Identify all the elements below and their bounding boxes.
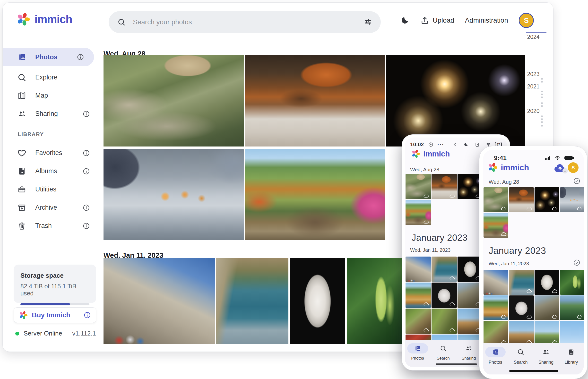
select-day-check-icon[interactable]	[573, 177, 580, 186]
nav-item-photos[interactable]: Photos	[485, 347, 506, 374]
info-icon[interactable]	[82, 204, 90, 212]
info-icon[interactable]	[77, 53, 84, 61]
phone-immich-logo: immich	[411, 149, 450, 158]
scrubber-position-indicator	[526, 32, 546, 32]
photo-green-seagrapes[interactable]	[347, 258, 402, 344]
nav-item-library[interactable]: Library	[561, 347, 581, 374]
sidebar-item-sharing[interactable]: Sharing	[3, 105, 100, 123]
info-icon[interactable]	[83, 311, 91, 319]
thumb-fireworks[interactable]	[535, 187, 559, 212]
cloud-backup-icon	[501, 314, 507, 319]
photo-monkeys-forest[interactable]	[104, 55, 244, 146]
thumb-city-tower[interactable]	[509, 321, 534, 346]
dark-mode-moon-icon[interactable]	[400, 16, 409, 25]
sidebar-item-albums[interactable]: Albums	[3, 162, 100, 180]
scrubber-dot	[541, 96, 543, 98]
thumb-autumn-path[interactable]	[484, 213, 508, 237]
search-bar[interactable]	[109, 11, 381, 33]
thumb-evergreen[interactable]	[560, 295, 584, 320]
thumb-lizard[interactable]	[484, 321, 508, 346]
thumb-monkeys-forest[interactable]	[406, 174, 431, 199]
immich-logo[interactable]: immich	[16, 12, 72, 27]
cloud-backup-icon	[449, 193, 455, 198]
cloud-backup-icon	[577, 206, 583, 211]
sidebar-item-photos[interactable]: Photos	[3, 48, 94, 66]
photo-holding-hands[interactable]	[104, 149, 244, 240]
thumb-dinner-table[interactable]	[431, 174, 457, 199]
search-filters-icon[interactable]	[363, 18, 372, 26]
scrubber-year[interactable]: 2020	[520, 108, 546, 114]
photo-autumn-path[interactable]	[245, 149, 385, 240]
nav-label: Search	[437, 356, 450, 361]
nav-label: Sharing	[462, 356, 476, 361]
photo-fortress-walls[interactable]	[104, 258, 215, 344]
home-indicator	[509, 370, 558, 372]
thumb-white-rock[interactable]	[509, 295, 534, 320]
thumb-holding-hands[interactable]	[560, 187, 584, 212]
thumb-cliff-beach[interactable]	[484, 295, 508, 320]
buy-immich-button[interactable]: Buy Immich	[14, 307, 96, 323]
cloud-backup-icon	[423, 302, 429, 306]
upload-button[interactable]: Upload	[420, 16, 454, 25]
scrubber-year[interactable]: 2023	[520, 71, 546, 78]
thumb-stone-tower[interactable]	[535, 295, 559, 320]
sidebar-item-favorites[interactable]: Favorites	[3, 144, 100, 162]
scrubber-year[interactable]: 2024	[520, 34, 546, 40]
status-bar: 9:41	[483, 154, 584, 162]
thumb-coastline[interactable]	[509, 270, 534, 295]
sidebar-item-utilities[interactable]: Utilities	[3, 180, 100, 199]
scrubber-dot	[541, 115, 543, 117]
sidebar-item-trash[interactable]: Trash	[3, 217, 100, 235]
search-input[interactable]	[132, 18, 363, 26]
thumb-lizard-closeup[interactable]	[431, 309, 457, 334]
cloud-backup-icon	[423, 219, 429, 224]
photo-dinner-table[interactable]	[245, 55, 385, 146]
select-day-check-icon[interactable]	[573, 259, 580, 267]
thumb-coastline[interactable]	[431, 256, 457, 282]
thumb-dinner-table[interactable]	[509, 187, 534, 212]
sidebar-item-map[interactable]: Map	[3, 86, 100, 105]
info-icon[interactable]	[82, 110, 90, 118]
battery-icon	[564, 156, 573, 160]
info-icon[interactable]	[82, 149, 90, 157]
photo-marble-bust[interactable]	[290, 258, 345, 344]
thumb-marble-bust[interactable]	[535, 270, 559, 295]
data-saver-icon	[426, 142, 435, 147]
thumb-cliff-beach[interactable]	[406, 283, 431, 308]
thumb-white-rock[interactable]	[431, 283, 457, 308]
user-avatar[interactable]: S	[519, 13, 534, 28]
top-bar: immich Upload	[3, 3, 553, 38]
immich-flower-icon	[19, 311, 28, 320]
info-icon[interactable]	[82, 222, 90, 230]
sidebar-item-archive[interactable]: Archive	[3, 199, 100, 217]
thumb-lizard[interactable]	[406, 309, 431, 334]
sidebar-item-explore[interactable]: Explore	[3, 68, 100, 86]
cloud-backup-icon	[449, 276, 455, 280]
thumb-autumn-path[interactable]	[406, 200, 431, 225]
cellular-bars-icon	[545, 156, 550, 160]
thumb-row	[484, 213, 508, 237]
user-avatar[interactable]: S	[568, 162, 578, 173]
trash-icon	[17, 221, 27, 231]
nav-item-photos[interactable]: Photos	[407, 343, 428, 367]
scrubber-year[interactable]: 2021	[520, 83, 546, 90]
thumb-house[interactable]	[535, 321, 559, 346]
photo-fireworks[interactable]	[386, 55, 525, 146]
photo-coastline[interactable]	[216, 258, 288, 344]
thumb-seagrapes[interactable]	[560, 270, 584, 295]
sharing-people-icon	[17, 109, 27, 119]
thumb-fortress[interactable]	[406, 256, 431, 282]
upload-icon	[420, 16, 429, 25]
backup-cloud-icon[interactable]	[554, 163, 566, 173]
administration-link[interactable]: Administration	[465, 16, 508, 24]
active-nav-pill	[407, 343, 428, 353]
photos-icon	[414, 345, 421, 352]
thumb-airplane-sky[interactable]	[560, 321, 584, 346]
nav-label: Search	[514, 360, 527, 365]
library-icon	[568, 348, 575, 356]
info-icon[interactable]	[82, 167, 90, 175]
screenshot-root: immich Upload	[0, 0, 588, 379]
cloud-backup-icon	[552, 206, 558, 211]
thumb-monkeys-forest[interactable]	[484, 187, 508, 212]
thumb-fortress[interactable]	[484, 270, 508, 295]
